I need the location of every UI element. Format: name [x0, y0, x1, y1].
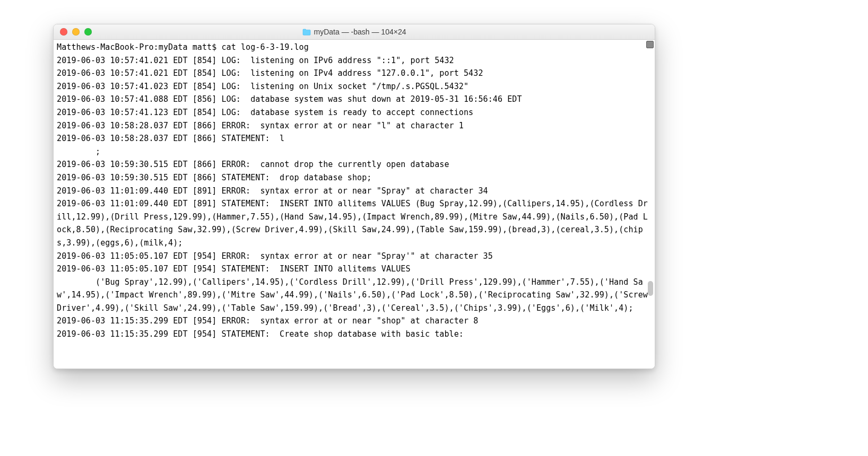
minimize-button[interactable] [72, 28, 80, 36]
shell-command: cat log-6-3-19.log [221, 42, 308, 52]
titlebar: myData — -bash — 104×24 [54, 24, 655, 40]
scrollbar[interactable] [646, 40, 655, 369]
terminal-body[interactable]: Matthews-MacBook-Pro:myData matt$ cat lo… [54, 40, 655, 369]
folder-icon [302, 29, 311, 36]
window-title-area: myData — -bash — 104×24 [54, 24, 655, 39]
window-title: myData — -bash — 104×24 [314, 28, 406, 36]
terminal-window: myData — -bash — 104×24 Matthews-MacBook… [53, 24, 655, 369]
prompt-line: Matthews-MacBook-Pro:myData matt$ cat lo… [57, 42, 309, 52]
maximize-button[interactable] [84, 28, 92, 36]
terminal-output: 2019-06-03 10:57:41.021 EDT [854] LOG: l… [57, 56, 653, 339]
scroll-thumb[interactable] [648, 281, 653, 296]
close-button[interactable] [60, 28, 67, 36]
traffic-lights [54, 28, 92, 36]
scroll-corner-icon [646, 41, 654, 48]
shell-prompt: Matthews-MacBook-Pro:myData matt$ [57, 42, 221, 52]
